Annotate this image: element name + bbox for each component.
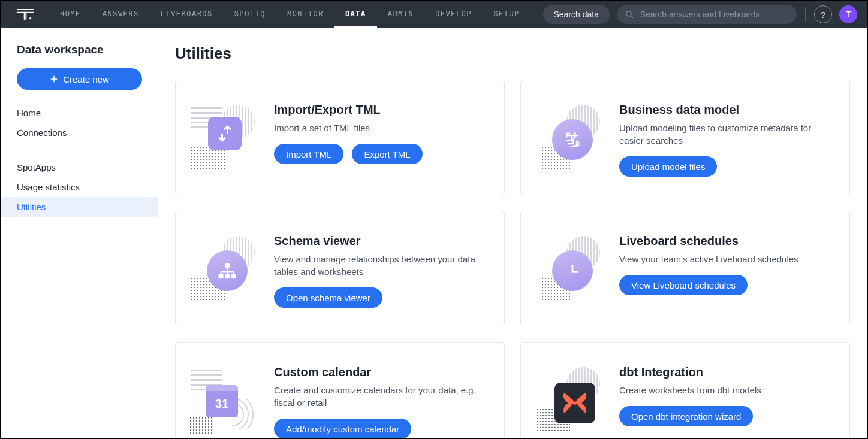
- sidebar-item-connections[interactable]: Connections: [1, 123, 158, 143]
- svg-rect-12: [232, 274, 236, 278]
- global-search-input[interactable]: [640, 10, 788, 19]
- sidebar-title: Data workspace: [1, 43, 158, 68]
- button-import-tml[interactable]: Import TML: [274, 144, 343, 164]
- card-buttons: Open schema viewer: [274, 287, 487, 308]
- plus-icon: [50, 75, 58, 83]
- card-buttons: Open dbt integration wizard: [619, 406, 833, 426]
- search-icon: [625, 10, 634, 19]
- card-body: Import/Export TMLImport a set of TML fil…: [274, 98, 487, 177]
- card-title: dbt Integration: [619, 365, 833, 379]
- svg-rect-9: [225, 264, 229, 267]
- card-title: Business data model: [619, 103, 833, 117]
- card-custom-calendar: 31Custom calendarCreate and customize ca…: [175, 342, 505, 438]
- svg-line-6: [631, 16, 633, 18]
- card-title: Liveboard schedules: [619, 234, 833, 248]
- data-model-icon: [552, 119, 593, 160]
- avatar-initial: T: [846, 10, 851, 19]
- card-icon-import-export-tml: [192, 98, 258, 177]
- schema-icon: [207, 250, 248, 291]
- svg-point-18: [573, 401, 577, 405]
- search-data-button[interactable]: Search data: [543, 5, 610, 24]
- nav-link-answers[interactable]: ANSWERS: [92, 1, 150, 28]
- nav-link-liveboards[interactable]: LIVEBOARDS: [150, 1, 224, 28]
- sidebar-item-usage-statistics[interactable]: Usage statistics: [1, 177, 158, 197]
- card-description: View and manage relationships between yo…: [274, 253, 487, 278]
- sidebar-item-utilities[interactable]: Utilities: [1, 197, 158, 217]
- nav-link-data[interactable]: DATA: [334, 1, 377, 28]
- nav-link-setup[interactable]: SETUP: [483, 1, 531, 28]
- card-description: Create worksheets from dbt models: [619, 384, 833, 396]
- card-title: Import/Export TML: [274, 103, 487, 117]
- help-icon: ?: [821, 10, 825, 20]
- svg-rect-10: [219, 274, 223, 278]
- card-icon-dbt-integration: [538, 361, 604, 438]
- dbt-icon: [554, 383, 595, 423]
- sidebar: Data workspace Create new HomeConnection…: [1, 28, 158, 438]
- card-description: Upload modeling files to customize metad…: [619, 122, 833, 147]
- svg-point-4: [29, 17, 31, 19]
- card-dbt-integration: dbt IntegrationCreate worksheets from db…: [520, 342, 850, 438]
- card-icon-schema-viewer: [192, 229, 258, 308]
- import-export-icon: [208, 117, 242, 150]
- help-button[interactable]: ?: [814, 5, 832, 23]
- main-content: Utilities Import/Export TMLImport a set …: [158, 28, 867, 438]
- clock-icon: [552, 250, 593, 291]
- nav-link-develop[interactable]: DEVELOP: [424, 1, 483, 28]
- sidebar-item-home[interactable]: Home: [1, 103, 158, 123]
- nav-link-spotiq[interactable]: SPOTIQ: [224, 1, 276, 28]
- card-body: Schema viewerView and manage relationshi…: [274, 229, 487, 308]
- card-body: Business data modelUpload modeling files…: [619, 98, 833, 177]
- card-description: Create and customize calendars for your …: [274, 384, 487, 409]
- nav-link-monitor[interactable]: MONITOR: [276, 1, 334, 28]
- card-icon-custom-calendar: 31: [192, 361, 258, 438]
- divider: [805, 7, 806, 22]
- card-title: Schema viewer: [274, 234, 487, 248]
- card-body: Liveboard schedulesView your team's acti…: [619, 229, 833, 308]
- card-description: View your team's active Liveboard schedu…: [619, 253, 833, 265]
- calendar-icon: 31: [206, 385, 238, 417]
- create-new-label: Create new: [63, 74, 109, 84]
- page-title: Utilities: [175, 44, 850, 63]
- card-body: dbt IntegrationCreate worksheets from db…: [619, 361, 833, 438]
- nav-links: HOMEANSWERSLIVEBOARDSSPOTIQMONITORDATAAD…: [49, 1, 531, 28]
- button-open-dbt-integration-wizard[interactable]: Open dbt integration wizard: [619, 406, 753, 426]
- create-new-button[interactable]: Create new: [17, 68, 142, 90]
- sidebar-item-spotapps[interactable]: SpotApps: [1, 158, 158, 177]
- button-open-schema-viewer[interactable]: Open schema viewer: [274, 287, 382, 308]
- card-buttons: Add/modify custom calendar: [274, 419, 487, 438]
- card-buttons: View Liveboard schedules: [619, 275, 833, 295]
- card-import-export-tml: Import/Export TMLImport a set of TML fil…: [175, 80, 505, 195]
- card-buttons: Upload model files: [619, 156, 833, 177]
- button-add-modify-custom-calendar[interactable]: Add/modify custom calendar: [274, 419, 411, 438]
- logo-icon: [16, 8, 35, 21]
- card-description: Import a set of TML files: [274, 122, 487, 134]
- sidebar-divider: [25, 150, 134, 150]
- button-view-liveboard-schedules[interactable]: View Liveboard schedules: [619, 275, 748, 295]
- button-upload-model-files[interactable]: Upload model files: [619, 156, 717, 177]
- card-business-data-model: Business data modelUpload modeling files…: [520, 80, 850, 195]
- user-avatar[interactable]: T: [839, 5, 857, 23]
- search-data-label: Search data: [554, 10, 599, 19]
- card-icon-business-data-model: [538, 98, 604, 177]
- card-title: Custom calendar: [274, 365, 487, 379]
- global-search[interactable]: [617, 5, 797, 24]
- card-liveboard-schedules: Liveboard schedulesView your team's acti…: [520, 211, 850, 326]
- nav-link-home[interactable]: HOME: [49, 1, 92, 28]
- app-logo[interactable]: [1, 1, 49, 28]
- top-navbar: HOMEANSWERSLIVEBOARDSSPOTIQMONITORDATAAD…: [1, 1, 867, 28]
- card-icon-liveboard-schedules: [538, 229, 604, 308]
- nav-link-admin[interactable]: ADMIN: [377, 1, 425, 28]
- card-buttons: Import TMLExport TML: [274, 144, 487, 164]
- card-body: Custom calendarCreate and customize cale…: [274, 361, 487, 438]
- card-schema-viewer: Schema viewerView and manage relationshi…: [175, 211, 505, 326]
- button-export-tml[interactable]: Export TML: [352, 144, 422, 164]
- utilities-grid: Import/Export TMLImport a set of TML fil…: [175, 80, 850, 438]
- svg-rect-11: [225, 274, 229, 278]
